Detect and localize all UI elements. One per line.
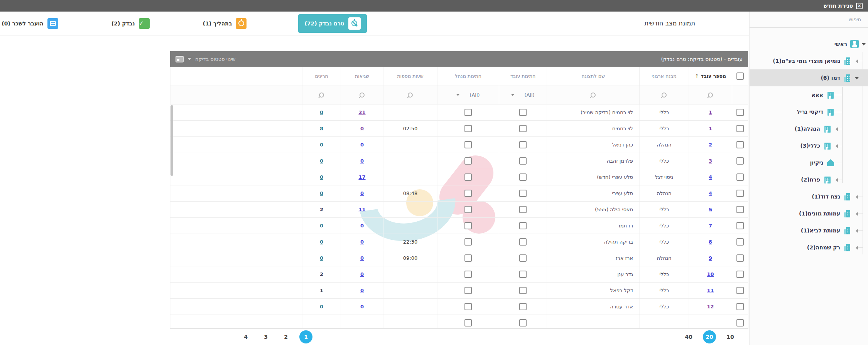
page-size-option[interactable]: 20 [703, 330, 716, 343]
manager-signature-checkbox[interactable] [464, 125, 472, 132]
employee-signature-checkbox[interactable] [519, 254, 527, 262]
tree-item[interactable]: ראשי [750, 35, 868, 52]
employee-number-link[interactable]: 4 [709, 190, 712, 196]
employee-signature-checkbox[interactable] [519, 303, 527, 310]
manager-signature-checkbox[interactable] [464, 141, 472, 148]
manager-signature-checkbox[interactable] [464, 173, 472, 181]
exceptions-count-link[interactable]: 1 [320, 288, 323, 293]
employee-signature-checkbox[interactable] [519, 109, 527, 116]
column-header-errors[interactable]: שגיאות [341, 67, 383, 86]
tree-item[interactable]: עמותת לביא(1) [750, 222, 868, 239]
errors-count-link[interactable]: 0 [360, 239, 364, 245]
status-tab[interactable]: הועבר לשכר (0) [0, 14, 59, 33]
manager-signature-checkbox[interactable] [464, 287, 472, 294]
tree-item[interactable]: דיקסי גריל [750, 103, 868, 120]
sort-ascending-icon[interactable]: ↑ [695, 73, 699, 79]
exceptions-count-link[interactable]: 2 [320, 207, 323, 212]
filter-exceptions[interactable] [302, 86, 341, 104]
search-icon[interactable] [708, 93, 713, 98]
tree-item[interactable]: כללי(3) [750, 137, 868, 154]
column-header-manager-signature[interactable]: חתימת מנהל [437, 67, 499, 86]
employee-signature-checkbox[interactable] [519, 125, 527, 132]
exceptions-count-link[interactable]: 0 [320, 255, 323, 261]
row-select-checkbox[interactable] [736, 157, 744, 165]
tree-item[interactable]: נצח דוד(1) [750, 188, 868, 205]
search-icon[interactable] [591, 93, 596, 98]
errors-count-link[interactable]: 11 [358, 207, 365, 212]
filter-employee-signature-dropdown[interactable]: (All) [499, 86, 547, 104]
filter-errors[interactable] [341, 86, 383, 104]
exceptions-count-link[interactable]: 0 [320, 142, 323, 148]
errors-count-link[interactable]: 0 [360, 142, 364, 148]
errors-count-link[interactable]: 0 [360, 223, 364, 229]
errors-count-link[interactable]: 21 [358, 109, 365, 115]
manager-signature-checkbox[interactable] [464, 254, 472, 262]
employee-signature-checkbox[interactable] [519, 157, 527, 165]
sidebar-search-input[interactable] [757, 17, 861, 22]
row-select-checkbox[interactable] [736, 319, 744, 326]
column-header-display-name[interactable]: שם לתצוגה [547, 67, 639, 86]
page-number-button[interactable]: 4 [239, 330, 252, 343]
employee-signature-checkbox[interactable] [519, 287, 527, 294]
exceptions-count-link[interactable]: 0 [320, 239, 323, 245]
status-tab[interactable]: נבדק (2) [110, 14, 151, 33]
tree-item[interactable]: גומיאן מוצרי גומי בע"מ(1) [750, 52, 868, 69]
manager-signature-checkbox[interactable] [464, 303, 472, 310]
exceptions-count-link[interactable]: 8 [320, 126, 323, 131]
manager-signature-checkbox[interactable] [464, 190, 472, 197]
tree-caret-icon[interactable] [855, 59, 859, 63]
manager-signature-checkbox[interactable] [464, 238, 472, 246]
row-select-checkbox[interactable] [736, 109, 744, 116]
errors-count-link[interactable]: 17 [358, 174, 365, 180]
employee-signature-checkbox[interactable] [519, 238, 527, 246]
row-select-checkbox[interactable] [736, 206, 744, 213]
column-header-overtime[interactable]: שעות נוספות [383, 67, 437, 86]
tree-caret-icon[interactable] [855, 229, 859, 232]
row-select-checkbox[interactable] [736, 141, 744, 148]
status-tab[interactable]: בתהליך (1) [201, 14, 248, 33]
page-size-option[interactable]: 40 [682, 330, 695, 343]
employee-number-link[interactable]: 2 [709, 142, 712, 148]
tree-item[interactable]: רק שמחה(2) [750, 239, 868, 256]
employee-number-link[interactable]: 5 [709, 207, 712, 212]
tree-caret-icon[interactable] [838, 93, 839, 97]
column-header-employee-signature[interactable]: חתימת עובד [499, 67, 547, 86]
page-number-button[interactable]: 2 [279, 330, 292, 343]
tree-caret-icon[interactable] [862, 42, 866, 46]
employee-number-link[interactable]: 4 [709, 174, 712, 180]
tree-caret-icon[interactable] [855, 212, 859, 215]
column-header-employee-number[interactable]: מספר עובד ↑ [689, 67, 732, 86]
tree-caret-icon[interactable] [835, 178, 839, 182]
employee-number-link[interactable]: 9 [709, 255, 712, 261]
select-all-checkbox[interactable] [736, 72, 744, 80]
column-header-exceptions[interactable]: חריגים [302, 67, 341, 86]
employee-number-link[interactable]: 10 [707, 271, 714, 277]
exceptions-count-link[interactable]: 0 [320, 190, 323, 196]
exceptions-count-link[interactable]: 0 [320, 109, 323, 115]
employee-signature-checkbox[interactable] [519, 190, 527, 197]
filter-overtime[interactable] [383, 86, 437, 104]
exceptions-count-link[interactable]: 0 [320, 174, 323, 180]
search-icon[interactable] [408, 93, 413, 98]
manager-signature-checkbox[interactable] [464, 271, 472, 278]
search-icon[interactable] [360, 93, 365, 98]
tree-caret-icon[interactable] [855, 76, 859, 80]
tree-item[interactable]: פרח(2) [750, 171, 868, 188]
exceptions-count-link[interactable]: 0 [320, 158, 323, 164]
row-select-checkbox[interactable] [736, 190, 744, 197]
search-icon[interactable] [662, 93, 667, 98]
row-select-checkbox[interactable] [736, 271, 744, 278]
tree-item[interactable]: אאא [750, 86, 868, 103]
row-select-checkbox[interactable] [736, 254, 744, 262]
errors-count-link[interactable]: 0 [360, 255, 364, 261]
tree-caret-icon[interactable] [855, 195, 859, 199]
page-size-option[interactable]: 10 [724, 330, 737, 343]
manager-signature-checkbox[interactable] [464, 109, 472, 116]
page-number-button[interactable]: 3 [259, 330, 272, 343]
row-select-checkbox[interactable] [736, 303, 744, 310]
errors-count-link[interactable]: 0 [360, 271, 364, 277]
employee-signature-checkbox[interactable] [519, 206, 527, 213]
errors-count-link[interactable]: 0 [360, 304, 364, 310]
manager-signature-checkbox[interactable] [464, 222, 472, 229]
manager-signature-checkbox[interactable] [464, 319, 472, 326]
